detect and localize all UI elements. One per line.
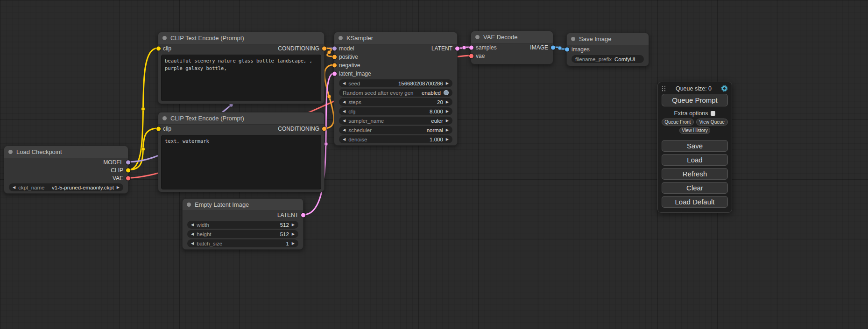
filename-prefix-widget[interactable]: filename_prefix ComfyUI bbox=[572, 55, 644, 63]
collapse-dot-icon[interactable] bbox=[8, 150, 13, 154]
sampler-name-widget[interactable]: ◀ sampler_name euler ▶ bbox=[339, 117, 452, 125]
decrement-arrow-icon[interactable]: ◀ bbox=[343, 128, 346, 132]
queue-front-button[interactable]: Queue Front bbox=[662, 119, 694, 126]
samples-input-label: samples bbox=[476, 44, 497, 51]
decrement-arrow-icon[interactable]: ◀ bbox=[343, 138, 346, 141]
extra-options-row: Extra options bbox=[662, 110, 728, 117]
node-ksampler[interactable]: KSampler model LATENT positive negative … bbox=[334, 32, 458, 146]
model-input-port[interactable] bbox=[332, 47, 337, 51]
increment-arrow-icon[interactable]: ▶ bbox=[446, 128, 449, 132]
decrement-arrow-icon[interactable]: ◀ bbox=[343, 100, 346, 104]
negative-prompt-textarea[interactable]: text, watermark bbox=[161, 135, 321, 189]
port-row: images bbox=[567, 45, 649, 54]
extra-options-checkbox[interactable] bbox=[711, 111, 715, 116]
positive-input-port[interactable] bbox=[332, 55, 337, 59]
port-row: MODEL bbox=[4, 158, 128, 166]
image-output-port[interactable] bbox=[551, 46, 555, 50]
clip-output-label: CLIP bbox=[111, 167, 123, 174]
load-button[interactable]: Load bbox=[662, 154, 728, 166]
drag-handle-icon[interactable] bbox=[662, 85, 666, 92]
increment-arrow-icon[interactable]: ▶ bbox=[292, 232, 295, 236]
view-history-button[interactable]: View History bbox=[679, 127, 710, 134]
load-default-button[interactable]: Load Default bbox=[662, 196, 728, 208]
clear-button[interactable]: Clear bbox=[662, 182, 728, 194]
collapse-dot-icon[interactable] bbox=[187, 203, 191, 207]
node-clip-text-encode-negative[interactable]: CLIP Text Encode (Prompt) clip CONDITION… bbox=[158, 112, 325, 192]
increment-arrow-icon[interactable]: ▶ bbox=[292, 223, 295, 227]
queue-panel[interactable]: Queue size: 0 Queue Prompt Extra options… bbox=[657, 82, 732, 213]
node-header[interactable]: KSampler bbox=[334, 32, 457, 44]
negative-input-port[interactable] bbox=[332, 63, 337, 68]
widget-label: cfg bbox=[348, 109, 355, 114]
decrement-arrow-icon[interactable]: ◀ bbox=[343, 119, 346, 123]
node-header[interactable]: VAE Decode bbox=[471, 31, 553, 43]
increment-arrow-icon[interactable]: ▶ bbox=[292, 242, 295, 245]
steps-widget[interactable]: ◀ steps 20 ▶ bbox=[339, 98, 452, 106]
latent-output-port[interactable] bbox=[455, 47, 459, 51]
decrement-arrow-icon[interactable]: ◀ bbox=[191, 232, 194, 236]
latent-image-input-port[interactable] bbox=[332, 72, 337, 76]
decrement-arrow-icon[interactable]: ◀ bbox=[13, 186, 15, 189]
height-widget[interactable]: ◀ height 512 ▶ bbox=[187, 230, 298, 238]
wire-clip-to-positive-prompt bbox=[128, 48, 158, 170]
collapse-dot-icon[interactable] bbox=[475, 35, 480, 39]
denoise-widget[interactable]: ◀ denoise 1.000 ▶ bbox=[339, 135, 452, 143]
port-row: LATENT bbox=[183, 211, 303, 219]
node-vae-decode[interactable]: VAE Decode samples IMAGE vae bbox=[471, 31, 553, 64]
width-widget[interactable]: ◀ width 512 ▶ bbox=[187, 221, 298, 229]
clip-input-port[interactable] bbox=[156, 47, 161, 51]
node-header[interactable]: Load Checkpoint bbox=[4, 146, 128, 158]
scheduler-widget[interactable]: ◀ scheduler normal ▶ bbox=[339, 126, 452, 134]
vae-output-port[interactable] bbox=[126, 176, 130, 180]
queue-prompt-button[interactable]: Queue Prompt bbox=[662, 94, 728, 106]
increment-arrow-icon[interactable]: ▶ bbox=[446, 138, 449, 141]
decrement-arrow-icon[interactable]: ◀ bbox=[343, 110, 346, 113]
collapse-dot-icon[interactable] bbox=[339, 36, 343, 40]
view-queue-button[interactable]: View Queue bbox=[696, 119, 728, 126]
node-load-checkpoint[interactable]: Load Checkpoint MODEL CLIP VAE ◀ ckpt_na… bbox=[4, 146, 128, 194]
positive-prompt-textarea[interactable]: beautiful scenery nature glass bottle la… bbox=[161, 55, 321, 101]
widget-label: sampler_name bbox=[348, 118, 384, 124]
images-input-port[interactable] bbox=[565, 48, 569, 52]
node-clip-text-encode-positive[interactable]: CLIP Text Encode (Prompt) clip CONDITION… bbox=[158, 32, 325, 104]
collapse-dot-icon[interactable] bbox=[162, 36, 167, 40]
seed-widget[interactable]: ◀ seed 156680208700286 ▶ bbox=[339, 79, 452, 87]
decrement-arrow-icon[interactable]: ◀ bbox=[191, 242, 194, 245]
node-save-image[interactable]: Save Image images filename_prefix ComfyU… bbox=[566, 33, 649, 66]
node-header[interactable]: CLIP Text Encode (Prompt) bbox=[158, 112, 324, 125]
cfg-widget[interactable]: ◀ cfg 8.000 ▶ bbox=[339, 107, 452, 115]
toggle-dot-icon[interactable] bbox=[444, 90, 449, 95]
conditioning-output-label: CONDITIONING bbox=[278, 45, 319, 52]
collapse-dot-icon[interactable] bbox=[162, 116, 167, 120]
collapse-dot-icon[interactable] bbox=[571, 37, 575, 41]
node-header[interactable]: CLIP Text Encode (Prompt) bbox=[158, 32, 324, 44]
widget-label: scheduler bbox=[348, 127, 372, 133]
clip-output-port[interactable] bbox=[126, 168, 130, 172]
vae-input-port[interactable] bbox=[469, 54, 473, 58]
increment-arrow-icon[interactable]: ▶ bbox=[446, 119, 449, 123]
random-seed-toggle-widget[interactable]: Random seed after every gen enabled bbox=[339, 89, 452, 97]
ckpt-name-widget[interactable]: ◀ ckpt_name v1-5-pruned-emaonly.ckpt ▶ bbox=[9, 183, 123, 191]
node-header[interactable]: Empty Latent Image bbox=[183, 199, 303, 211]
queue-size-label: Queue size: 0 bbox=[669, 85, 718, 92]
save-button[interactable]: Save bbox=[662, 140, 728, 152]
conditioning-output-port[interactable] bbox=[322, 127, 326, 131]
port-row: VAE bbox=[4, 174, 128, 182]
settings-gear-icon[interactable] bbox=[721, 85, 728, 92]
graph-canvas[interactable]: Load Checkpoint MODEL CLIP VAE ◀ ckpt_na… bbox=[0, 0, 868, 329]
node-header[interactable]: Save Image bbox=[567, 33, 649, 45]
latent-output-port[interactable] bbox=[301, 213, 305, 217]
decrement-arrow-icon[interactable]: ◀ bbox=[191, 223, 194, 227]
node-empty-latent-image[interactable]: Empty Latent Image LATENT ◀ width 512 ▶ … bbox=[182, 198, 303, 250]
refresh-button[interactable]: Refresh bbox=[662, 168, 728, 180]
conditioning-output-port[interactable] bbox=[322, 47, 326, 51]
increment-arrow-icon[interactable]: ▶ bbox=[446, 110, 449, 113]
increment-arrow-icon[interactable]: ▶ bbox=[446, 100, 449, 104]
decrement-arrow-icon[interactable]: ◀ bbox=[343, 82, 346, 85]
model-output-port[interactable] bbox=[126, 160, 130, 164]
samples-input-port[interactable] bbox=[469, 46, 473, 50]
increment-arrow-icon[interactable]: ▶ bbox=[117, 186, 120, 189]
clip-input-port[interactable] bbox=[156, 127, 161, 131]
batch-size-widget[interactable]: ◀ batch_size 1 ▶ bbox=[187, 239, 298, 247]
increment-arrow-icon[interactable]: ▶ bbox=[446, 82, 449, 85]
